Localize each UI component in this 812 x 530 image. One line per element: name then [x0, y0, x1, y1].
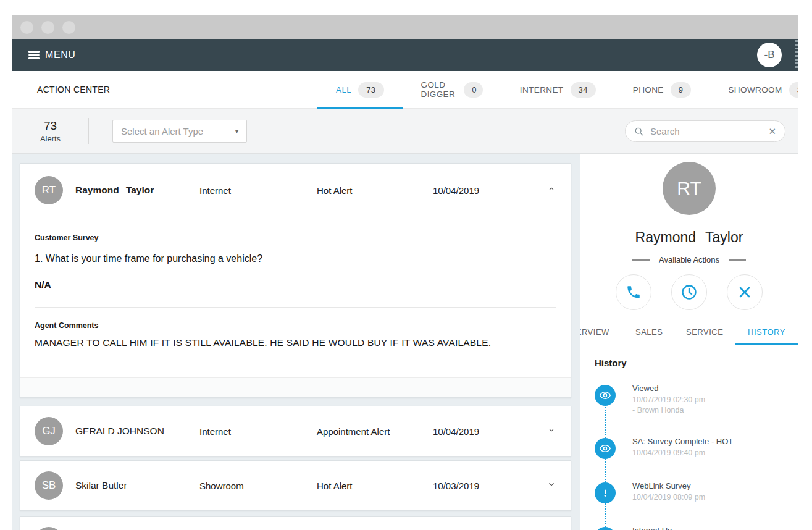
alert-row[interactable]: GJ GERALD JOHNSON Internet Appointment A… [20, 406, 571, 456]
tab-internet[interactable]: INTERNET 34 [501, 71, 614, 108]
window-minimize-dot[interactable] [41, 21, 54, 34]
scrollbar[interactable] [795, 40, 798, 70]
header-divider [743, 39, 743, 71]
survey-section-label: Customer Survey [35, 217, 556, 242]
alert-source: Internet [199, 185, 317, 196]
history-item[interactable]: WebLink Survey 10/04/2019 08:09 pm [595, 482, 798, 503]
alert-card-raymond-taylor: RT Raymond Taylor Internet Hot Alert 10/… [20, 163, 571, 398]
alert-type-select[interactable]: Select an Alert Type ▾ [112, 120, 247, 143]
chevron-up-icon[interactable] [547, 185, 556, 196]
eye-icon [595, 385, 616, 406]
history-timeline: Viewed 10/07/2019 02:30 pm - Brown Honda [595, 385, 798, 530]
timeline-connector [605, 395, 606, 529]
alert-card-gerald-johnson: GJ GERALD JOHNSON Internet Appointment A… [20, 406, 571, 456]
page-title: ACTION CENTER [37, 85, 110, 95]
alert-date: 10/04/2019 [433, 185, 527, 196]
alert-type: Hot Alert [317, 481, 433, 491]
profile-tabs: OVERVIEW SALES SERVICE HISTORY [580, 318, 798, 345]
close-icon [737, 285, 752, 300]
tab-label: SHOWROOM [728, 85, 782, 95]
dismiss-button[interactable] [727, 274, 763, 310]
tab-count-badge: 9 [671, 82, 692, 98]
tab-overview[interactable]: OVERVIEW [580, 318, 609, 345]
active-tab-underline [735, 343, 798, 345]
chevron-down-icon[interactable] [547, 480, 556, 491]
tab-label: ALL [336, 85, 351, 95]
history-item[interactable]: Internet Up 10/01/2019 08:54 pm Sam McGa… [595, 527, 798, 530]
dash-decoration [729, 259, 746, 261]
alert-count: 73 [12, 119, 88, 133]
tab-phone[interactable]: PHONE 9 [614, 71, 710, 108]
alert-count-box: 73 Alerts [12, 119, 88, 143]
history-heading: History [595, 358, 798, 368]
tab-count-badge: 34 [571, 82, 596, 98]
header-divider [93, 39, 93, 71]
history-item-timestamp: 10/07/2019 02:30 pm [632, 395, 705, 404]
exclamation-icon [595, 482, 616, 503]
agent-comments-label: Agent Comments [35, 321, 556, 330]
schedule-button[interactable] [671, 274, 707, 310]
avatar: GJ [35, 417, 63, 445]
alert-date: 10/03/2019 [433, 481, 527, 491]
tab-service[interactable]: SERVICE [686, 318, 723, 345]
clear-search-icon[interactable]: ✕ [768, 126, 776, 137]
survey-question: 1. What is your time frame for purchasin… [35, 253, 556, 264]
clock-icon [680, 284, 698, 301]
history-item-title: SA: Survey Complete - HOT [632, 437, 733, 446]
tab-history[interactable]: HISTORY [748, 318, 785, 345]
call-button[interactable] [616, 274, 651, 310]
card-divider [35, 307, 556, 308]
alert-row[interactable]: SB Skilar Butler Showroom Hot Alert 10/0… [20, 461, 571, 510]
history-item-title: Viewed [632, 384, 705, 393]
chevron-down-icon[interactable] [547, 426, 556, 437]
alert-type-placeholder: Select an Alert Type [121, 126, 203, 137]
alert-date: 10/04/2019 [433, 426, 527, 437]
profile-avatar: RT [663, 162, 716, 215]
history-item-detail: - Brown Honda [632, 406, 705, 414]
history-item-title: WebLink Survey [632, 481, 705, 490]
eye-icon [595, 527, 616, 530]
dash-decoration [632, 259, 650, 261]
alert-row[interactable] [20, 517, 571, 530]
alert-source: Internet [199, 426, 317, 437]
survey-answer: N/A [35, 279, 556, 290]
alert-customer-name: GERALD JOHNSON [75, 426, 199, 437]
window-close-dot[interactable] [20, 21, 33, 34]
history-item-timestamp: 10/04/2019 08:09 pm [632, 493, 705, 502]
history-item[interactable]: SA: Survey Complete - HOT 10/04/2019 09:… [595, 438, 798, 459]
alert-source: Showroom [199, 481, 317, 491]
tab-gold-digger[interactable]: GOLD DIGGER 0 [403, 71, 501, 108]
search-icon [634, 127, 644, 137]
window-maximize-dot[interactable] [62, 21, 75, 34]
agent-comments-text: MANAGER TO CALL HIM IF IT IS STILL AVAIL… [35, 337, 556, 348]
avatar: RT [35, 176, 63, 204]
history-item[interactable]: Viewed 10/07/2019 02:30 pm - Brown Honda [595, 385, 798, 414]
tab-sales[interactable]: SALES [635, 318, 663, 345]
customer-profile-panel: RT Raymond Taylor Available Actions [580, 154, 798, 530]
history-item-timestamp: 10/04/2019 09:40 pm [632, 448, 733, 457]
tab-all[interactable]: ALL 73 [317, 71, 403, 108]
caret-down-icon: ▾ [235, 128, 238, 135]
phone-icon [626, 284, 642, 300]
toolbar-divider [88, 118, 89, 144]
search-input[interactable] [650, 126, 762, 137]
card-footer [20, 377, 571, 397]
history-section: History Viewed 10/07/2019 02:30 pm [580, 345, 798, 530]
tab-showroom[interactable]: SHOWROOM 30 [709, 71, 798, 108]
alert-row[interactable]: RT Raymond Taylor Internet Hot Alert 10/… [20, 164, 571, 217]
tab-bar: ACTION CENTER ALL 73 GOLD DIGGER 0 INTER… [12, 71, 798, 109]
tab-label: INTERNET [520, 85, 564, 95]
alert-filter-tabs: ALL 73 GOLD DIGGER 0 INTERNET 34 PHONE 9… [317, 71, 784, 108]
alert-customer-name: Skilar Butler [75, 480, 199, 491]
user-avatar[interactable]: -B [757, 43, 782, 67]
alert-type: Hot Alert [317, 185, 433, 196]
available-actions-text: Available Actions [659, 255, 719, 264]
eye-icon [595, 438, 616, 459]
menu-button[interactable]: MENU [12, 39, 93, 71]
tab-count-badge: 30 [789, 82, 798, 98]
alert-type: Appointment Alert [317, 426, 433, 437]
action-buttons [580, 274, 798, 310]
app-window: MENU -B ACTION CENTER ALL 73 GOLD DIGGER… [12, 15, 798, 530]
alert-count-label: Alerts [12, 134, 88, 143]
avatar: SB [35, 471, 63, 500]
